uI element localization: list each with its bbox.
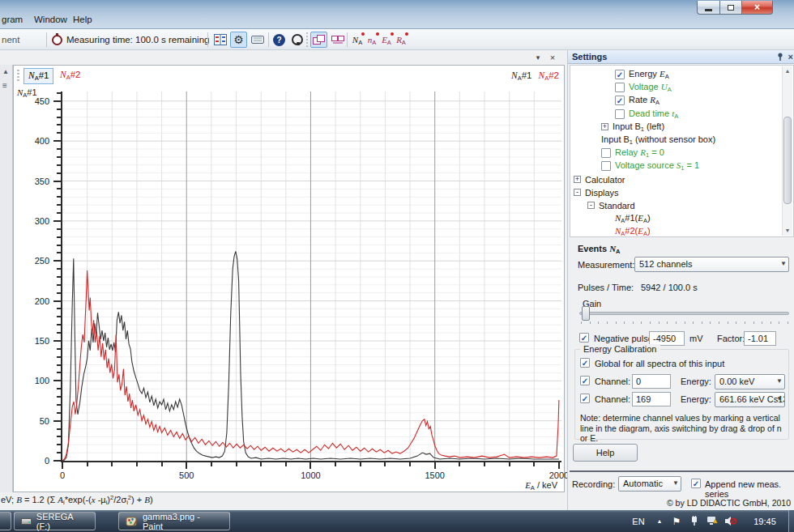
quantity-nA-button[interactable]: nA bbox=[365, 32, 379, 48]
tree-item[interactable]: NA#2(EA) bbox=[570, 225, 793, 237]
recording-select[interactable]: Automatic▼ bbox=[618, 476, 681, 492]
global-checkbox[interactable]: ✓ bbox=[580, 358, 590, 368]
chart-plot-area[interactable] bbox=[61, 92, 561, 462]
y-tick-mark bbox=[57, 292, 61, 294]
tab-NA2[interactable]: NA#2 bbox=[56, 68, 84, 83]
paint-icon bbox=[126, 516, 138, 527]
checkbox[interactable] bbox=[601, 161, 611, 171]
expand-arrow-icon[interactable]: ▲ bbox=[2, 68, 9, 75]
tree-item-label: Voltage UA bbox=[629, 82, 672, 93]
x-tick-label: 2000 bbox=[549, 470, 569, 480]
energy1-select[interactable]: 0.00 keV▼ bbox=[715, 374, 785, 389]
comment-field-fragment[interactable]: nent bbox=[2, 29, 19, 50]
scrollbar-thumb[interactable] bbox=[783, 117, 792, 204]
checkbox[interactable] bbox=[601, 148, 611, 158]
x-tick-mark bbox=[558, 462, 560, 469]
append-checkbox[interactable]: ✓ bbox=[691, 479, 701, 488]
gain-slider-thumb[interactable] bbox=[582, 306, 590, 321]
checkbox[interactable] bbox=[615, 83, 625, 92]
volume-button[interactable] bbox=[723, 510, 737, 532]
y-tick-mark bbox=[57, 412, 61, 414]
pin-icon[interactable] bbox=[776, 52, 785, 62]
channel1-input[interactable]: 0 bbox=[632, 374, 671, 389]
quantity-RA-button[interactable]: RA bbox=[394, 32, 408, 48]
tree-item[interactable]: Voltage source S1 = 1 bbox=[570, 160, 793, 172]
scroll-down-icon[interactable]: ▼ bbox=[783, 226, 792, 236]
expander-icon[interactable]: - bbox=[574, 189, 581, 196]
legend-series2[interactable]: NA#2 bbox=[539, 70, 559, 80]
x-axis-title[interactable]: EA / keV bbox=[525, 480, 557, 492]
tree-item[interactable]: ✓Energy EA bbox=[570, 68, 793, 81]
device-button[interactable] bbox=[687, 510, 702, 532]
channel1-checkbox[interactable]: ✓ bbox=[580, 376, 590, 385]
tree-item[interactable]: NA#1(EA) bbox=[570, 212, 793, 225]
tree-item[interactable]: -Standard bbox=[570, 199, 793, 212]
tree-item[interactable]: -Displays bbox=[570, 186, 793, 199]
checkbox[interactable] bbox=[615, 109, 625, 119]
cassy-module-button[interactable] bbox=[310, 32, 327, 48]
help-button-toolbar[interactable]: ? bbox=[271, 32, 288, 48]
x-tick-mark bbox=[434, 462, 436, 469]
display-module-button[interactable] bbox=[329, 32, 346, 48]
tree-item[interactable]: Voltage UA bbox=[570, 81, 793, 94]
calibration-note: Note: determine channel values by markin… bbox=[580, 413, 787, 444]
network-button[interactable] bbox=[705, 510, 719, 532]
tree-item-label: Input B1 (without sensor box) bbox=[601, 134, 715, 146]
taskbar-button-fragment[interactable] bbox=[0, 512, 11, 530]
action-center-button[interactable]: ⚑ bbox=[669, 510, 684, 532]
expander-icon[interactable]: - bbox=[587, 202, 595, 209]
factor-input[interactable]: -1.01 bbox=[744, 331, 776, 346]
expander-icon[interactable]: + bbox=[601, 123, 608, 130]
y-tick-mark bbox=[53, 140, 61, 142]
chevron-down-icon: ▼ bbox=[776, 377, 783, 385]
measurement-select[interactable]: 512 channels▼ bbox=[634, 257, 789, 272]
language-indicator[interactable]: EN bbox=[630, 510, 647, 532]
energy-label: Energy: bbox=[681, 377, 711, 386]
gain-slider[interactable] bbox=[579, 312, 789, 315]
scroll-up-icon[interactable]: ▲ bbox=[783, 66, 792, 76]
checkbox[interactable]: ✓ bbox=[615, 70, 625, 79]
menu-diagram[interactable]: gram bbox=[2, 15, 23, 24]
pane-close-button[interactable]: × bbox=[546, 52, 559, 63]
support-button[interactable] bbox=[288, 32, 305, 48]
table-splitter[interactable]: ▲ ≡ bbox=[0, 65, 13, 492]
negative-pulses-checkbox[interactable]: ✓ bbox=[579, 333, 589, 343]
taskbar-button-explorer[interactable]: SEREGA (F:) bbox=[14, 512, 96, 530]
pane-collapse-button[interactable]: ▾ bbox=[531, 52, 544, 63]
x-tick-mark bbox=[509, 462, 510, 466]
menu-window[interactable]: Window bbox=[34, 15, 67, 24]
tree-item[interactable]: +Input B1 (left) bbox=[570, 121, 793, 134]
tree-scrollbar[interactable]: ▲ ▼ bbox=[782, 66, 792, 236]
splitter-grip-icon[interactable]: ≡ bbox=[2, 81, 7, 90]
expander-icon[interactable]: + bbox=[574, 176, 581, 183]
channel2-checkbox[interactable]: ✓ bbox=[580, 394, 590, 403]
minimize-button[interactable] bbox=[697, 1, 720, 15]
close-icon[interactable]: × bbox=[788, 52, 793, 62]
tree-item[interactable]: Dead time tA bbox=[570, 108, 793, 121]
y-tick-label: 300 bbox=[35, 216, 49, 226]
titlebar: gram Window Help × bbox=[0, 0, 794, 29]
quantity-EA-button[interactable]: EA bbox=[379, 32, 394, 48]
quantity-NA-button[interactable]: NA bbox=[350, 32, 365, 48]
tree-item[interactable]: Relay R1 = 0 bbox=[570, 147, 793, 160]
keyboard-button[interactable] bbox=[249, 32, 266, 48]
help-button[interactable]: Help bbox=[573, 444, 638, 462]
clock[interactable]: 19:45 bbox=[747, 510, 783, 532]
close-button[interactable]: × bbox=[742, 1, 773, 15]
menu-help[interactable]: Help bbox=[73, 15, 92, 24]
energy2-select[interactable]: 661.66 keV Cs137▼ bbox=[715, 392, 785, 407]
network-icon bbox=[706, 516, 719, 526]
restore-button[interactable] bbox=[720, 1, 742, 15]
table-view-button[interactable] bbox=[211, 32, 228, 48]
tree-item[interactable]: +Calculator bbox=[570, 173, 793, 186]
legend-series1[interactable]: NA#1 bbox=[511, 70, 531, 80]
taskbar-button-paint[interactable]: gamma3.png - Paint bbox=[118, 512, 230, 530]
tree-item[interactable]: Input B1 (without sensor box) bbox=[570, 134, 793, 147]
tab-NA1[interactable]: NA#1 bbox=[23, 68, 53, 84]
tree-item[interactable]: ✓Rate RA bbox=[570, 94, 793, 107]
settings-button[interactable]: ⚙ bbox=[230, 32, 247, 48]
checkbox[interactable]: ✓ bbox=[615, 96, 625, 105]
hidden-icons-button[interactable]: ▲ bbox=[653, 510, 666, 532]
channel2-input[interactable]: 169 bbox=[632, 392, 671, 406]
show-desktop-button[interactable] bbox=[788, 510, 794, 532]
